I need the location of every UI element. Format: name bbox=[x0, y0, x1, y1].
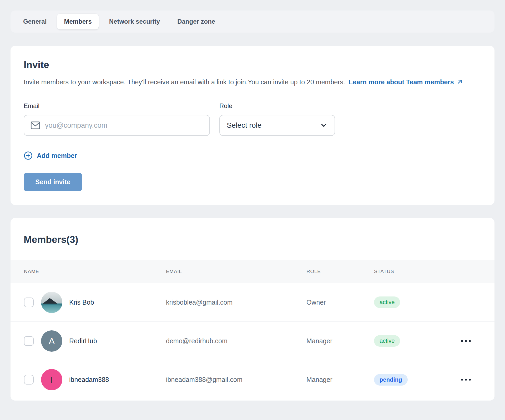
ellipsis-icon bbox=[465, 340, 467, 342]
email-label: Email bbox=[24, 102, 210, 110]
email-field-group: Email bbox=[24, 102, 210, 136]
tab-danger-zone[interactable]: Danger zone bbox=[170, 14, 222, 29]
avatar-letter: I bbox=[50, 375, 53, 385]
settings-page: General Members Network security Danger … bbox=[0, 0, 505, 411]
member-name: Kris Bob bbox=[69, 299, 94, 306]
ellipsis-icon bbox=[469, 379, 471, 381]
member-role: Manager bbox=[306, 376, 374, 383]
learn-more-link[interactable]: Learn more about Team members bbox=[349, 78, 463, 86]
member-email: demo@redirhub.com bbox=[166, 337, 306, 345]
add-member-button[interactable]: Add member bbox=[24, 151, 77, 160]
row-checkbox[interactable] bbox=[24, 298, 34, 307]
member-name: RedirHub bbox=[69, 337, 97, 345]
invite-description-text: Invite members to your workspace. They'l… bbox=[24, 78, 345, 86]
avatar bbox=[41, 292, 62, 313]
invite-form: Email Role Select role bbox=[24, 102, 481, 136]
members-title: Members(3) bbox=[11, 218, 494, 260]
row-menu-button[interactable] bbox=[458, 337, 474, 345]
table-row: I ibneadam388 ibneadam388@gmail.com Mana… bbox=[11, 360, 494, 399]
member-name: ibneadam388 bbox=[69, 376, 109, 383]
chevron-down-icon bbox=[320, 121, 328, 129]
members-table-header: NAME EMAIL ROLE STATUS bbox=[11, 260, 494, 283]
status-badge: active bbox=[374, 335, 400, 347]
status-badge: pending bbox=[374, 374, 408, 386]
member-email: krisboblea@gmail.com bbox=[166, 299, 306, 306]
name-cell: I ibneadam388 bbox=[24, 369, 166, 390]
avatar-letter: A bbox=[49, 336, 55, 346]
ellipsis-icon bbox=[461, 340, 463, 342]
role-select-value: Select role bbox=[227, 121, 261, 130]
tab-network-security[interactable]: Network security bbox=[102, 14, 167, 29]
invite-card: Invite Invite members to your workspace.… bbox=[11, 46, 494, 205]
tab-members[interactable]: Members bbox=[57, 14, 98, 29]
member-role: Manager bbox=[306, 337, 374, 345]
email-input[interactable] bbox=[45, 121, 203, 130]
tab-bar: General Members Network security Danger … bbox=[11, 11, 494, 33]
ellipsis-icon bbox=[461, 379, 463, 381]
row-menu-button[interactable] bbox=[458, 376, 474, 384]
role-select[interactable]: Select role bbox=[219, 115, 335, 136]
avatar: I bbox=[41, 369, 62, 390]
add-member-label: Add member bbox=[37, 152, 77, 160]
invite-description: Invite members to your workspace. They'l… bbox=[24, 77, 481, 88]
column-header-name: NAME bbox=[24, 269, 166, 274]
row-checkbox[interactable] bbox=[24, 336, 34, 346]
row-checkbox[interactable] bbox=[24, 375, 34, 385]
member-email: ibneadam388@gmail.com bbox=[166, 376, 306, 383]
email-input-box bbox=[24, 115, 210, 136]
status-badge: active bbox=[374, 296, 400, 308]
arrow-up-right-icon bbox=[457, 79, 463, 85]
send-invite-button[interactable]: Send invite bbox=[24, 173, 82, 191]
table-row: A RedirHub demo@redirhub.com Manager act… bbox=[11, 322, 494, 360]
role-label: Role bbox=[219, 102, 335, 110]
member-role: Owner bbox=[306, 299, 374, 306]
avatar: A bbox=[41, 330, 62, 352]
table-row: Kris Bob krisboblea@gmail.com Owner acti… bbox=[11, 283, 494, 322]
members-card: Members(3) NAME EMAIL ROLE STATUS bbox=[11, 218, 494, 401]
avatar-photo-island bbox=[41, 292, 62, 313]
column-header-status: STATUS bbox=[374, 269, 448, 274]
column-header-email: EMAIL bbox=[166, 269, 306, 274]
ellipsis-icon bbox=[465, 379, 467, 381]
invite-title: Invite bbox=[24, 59, 481, 70]
name-cell: A RedirHub bbox=[24, 330, 166, 352]
envelope-icon bbox=[31, 121, 40, 130]
learn-more-label: Learn more about Team members bbox=[349, 78, 454, 86]
ellipsis-icon bbox=[469, 340, 471, 342]
name-cell: Kris Bob bbox=[24, 292, 166, 313]
plus-circle-icon bbox=[24, 151, 33, 160]
role-field-group: Role Select role bbox=[219, 102, 335, 136]
column-header-role: ROLE bbox=[306, 269, 374, 274]
tab-general[interactable]: General bbox=[16, 14, 53, 29]
